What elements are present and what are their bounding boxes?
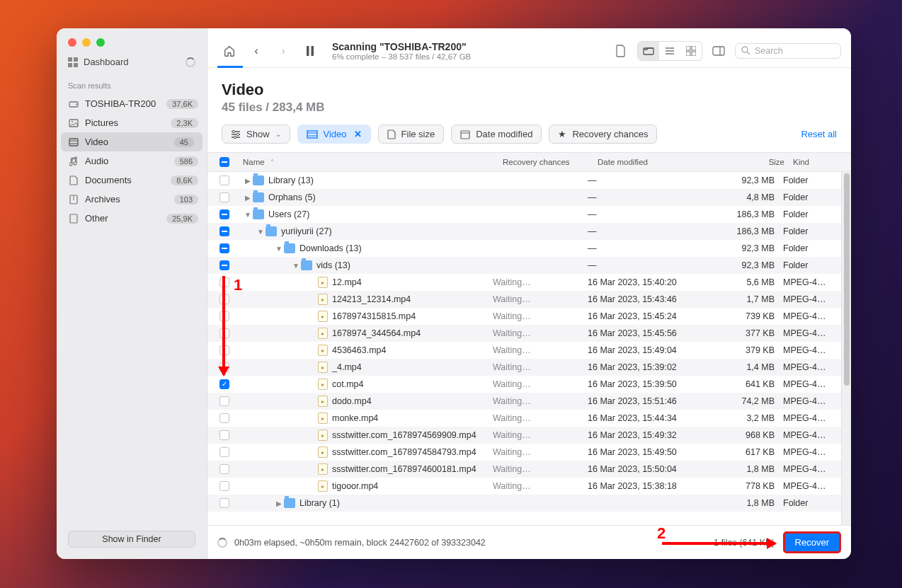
sidebar-item-documents[interactable]: Documents8,6K	[57, 171, 207, 190]
back-button[interactable]: ‹	[244, 39, 268, 63]
table-row-file[interactable]: ▸ ssstwitter.com_1678974569909.mp4 Waiti…	[207, 427, 841, 444]
disclosure-icon[interactable]: ▶	[243, 194, 253, 202]
svg-rect-21	[692, 46, 696, 50]
forward-button[interactable]: ›	[271, 39, 295, 63]
table-row-file[interactable]: ▸ 1678974315815.mp4 Waiting… 16 Mar 2023…	[207, 308, 841, 325]
table-row-file[interactable]: ▸ _4.mp4 Waiting… 16 Mar 2023, 15:39:02 …	[207, 359, 841, 376]
show-button[interactable]: Show ⌄	[222, 125, 290, 144]
view-list-button[interactable]	[659, 42, 680, 60]
svg-rect-37	[461, 131, 469, 139]
table-row-folder[interactable]: ▼ yuriiyurii (27) — 186,3 MB Folder	[207, 223, 841, 240]
table-row-file[interactable]: ▸ monke.mp4 Waiting… 16 Mar 2023, 15:44:…	[207, 410, 841, 427]
row-checkbox[interactable]	[219, 430, 229, 440]
reset-all-link[interactable]: Reset all	[801, 129, 837, 139]
disclosure-icon[interactable]: ▼	[274, 245, 284, 253]
svg-rect-20	[686, 46, 690, 50]
filter-recovery[interactable]: ★ Recovery chances	[549, 125, 657, 144]
disclosure-icon[interactable]: ▼	[291, 262, 301, 270]
disclosure-icon[interactable]: ▼	[243, 211, 253, 219]
scrollbar[interactable]	[841, 172, 851, 525]
row-checkbox[interactable]	[219, 328, 229, 338]
row-checkbox[interactable]	[219, 243, 229, 253]
row-date: —	[588, 209, 712, 219]
filmstrip-icon	[307, 130, 318, 139]
sidebar-item-video[interactable]: Video45	[61, 132, 202, 151]
pause-button[interactable]	[298, 39, 322, 63]
star-icon: ★	[558, 129, 566, 139]
col-chances[interactable]: Recovery chances	[503, 158, 598, 166]
row-checkbox[interactable]	[219, 345, 229, 355]
sidebar-item-toshiba-tr200[interactable]: TOSHIBA-TR20037,6K	[57, 94, 207, 113]
table-row-file[interactable]: ▸ cot.mp4 Waiting… 16 Mar 2023, 15:39:50…	[207, 376, 841, 393]
table-row-folder[interactable]: ▶ Library (13) — 92,3 MB Folder	[207, 172, 841, 189]
disclosure-icon[interactable]: ▶	[274, 500, 284, 507]
panel-toggle-button[interactable]	[707, 39, 731, 63]
row-date: —	[588, 175, 712, 185]
row-checkbox[interactable]	[219, 192, 229, 202]
col-kind[interactable]: Kind	[793, 158, 851, 166]
clear-filter-icon[interactable]: ✕	[354, 129, 362, 139]
home-button[interactable]	[217, 39, 241, 63]
row-checkbox[interactable]	[219, 226, 229, 236]
col-size[interactable]: Size	[722, 158, 793, 166]
table-row-file[interactable]: ▸ 4536463.mp4 Waiting… 16 Mar 2023, 15:4…	[207, 342, 841, 359]
row-checkbox[interactable]	[219, 277, 229, 287]
table-row-file[interactable]: ▸ 1678974_344564.mp4 Waiting… 16 Mar 202…	[207, 325, 841, 342]
row-checkbox[interactable]	[219, 379, 229, 389]
table-row-folder[interactable]: ▼ Downloads (13) — 92,3 MB Folder	[207, 240, 841, 257]
row-size: 778 KB	[712, 481, 783, 491]
row-checkbox[interactable]	[219, 464, 229, 474]
new-doc-icon[interactable]	[609, 39, 633, 63]
svg-rect-14	[307, 46, 309, 56]
scrollbar-thumb[interactable]	[844, 173, 850, 386]
row-checkbox[interactable]	[219, 481, 229, 491]
sidebar-item-other[interactable]: Other25,9K	[57, 209, 207, 228]
table-row-folder[interactable]: ▼ Users (27) — 186,3 MB Folder	[207, 206, 841, 223]
filter-filesize[interactable]: File size	[378, 125, 445, 144]
row-checkbox[interactable]	[219, 209, 229, 219]
table-row-file[interactable]: ▸ tigooor.mp4 Waiting… 16 Mar 2023, 15:3…	[207, 478, 841, 495]
recover-button[interactable]: Recover	[783, 531, 841, 553]
col-name[interactable]: Name ˄	[237, 158, 503, 166]
search-input[interactable]: Search	[735, 43, 841, 59]
table-row-file[interactable]: ▸ 124213_12314.mp4 Waiting… 16 Mar 2023,…	[207, 291, 841, 308]
row-checkbox[interactable]	[219, 447, 229, 457]
close-button[interactable]	[68, 38, 76, 47]
row-checkbox[interactable]	[219, 396, 229, 406]
row-date: 16 Mar 2023, 15:39:02	[588, 362, 712, 372]
table-row-folder[interactable]: ▼ vids (13) — 92,3 MB Folder	[207, 257, 841, 274]
col-date[interactable]: Date modified	[598, 158, 722, 166]
sidebar-item-audio[interactable]: Audio586	[57, 151, 207, 171]
row-checkbox[interactable]	[219, 311, 229, 321]
sidebar-item-archives[interactable]: Archives103	[57, 190, 207, 209]
row-checkbox[interactable]	[219, 362, 229, 372]
row-checkbox[interactable]	[219, 260, 229, 270]
footer: 0h03m elapsed, ~0h50m remain, block 2442…	[207, 525, 851, 559]
dashboard-link[interactable]: Dashboard	[57, 47, 207, 73]
table-row-file[interactable]: ▸ dodo.mp4 Waiting… 16 Mar 2023, 15:51:4…	[207, 393, 841, 410]
minimize-button[interactable]	[82, 38, 91, 47]
header-checkbox[interactable]	[219, 157, 229, 167]
zoom-button[interactable]	[96, 38, 105, 47]
table-row-folder[interactable]: ▶ Orphans (5) — 4,8 MB Folder	[207, 189, 841, 206]
filter-date[interactable]: Date modified	[451, 125, 542, 144]
svg-line-27	[747, 52, 750, 54]
view-folder-button[interactable]	[638, 42, 659, 60]
show-in-finder-button[interactable]: Show in Finder	[68, 531, 195, 548]
row-checkbox[interactable]	[219, 294, 229, 304]
row-chances: Waiting…	[493, 464, 588, 474]
table-row-file[interactable]: ▸ 12.mp4 Waiting… 16 Mar 2023, 15:40:20 …	[207, 274, 841, 291]
row-checkbox[interactable]	[219, 498, 229, 508]
disclosure-icon[interactable]: ▶	[243, 177, 253, 185]
table-row-file[interactable]: ▸ ssstwitter.com_1678974600181.mp4 Waiti…	[207, 461, 841, 478]
svg-rect-34	[307, 131, 317, 138]
row-size: 379 KB	[712, 345, 783, 355]
view-grid-button[interactable]	[680, 42, 702, 60]
disclosure-icon[interactable]: ▼	[256, 228, 266, 236]
table-row-file[interactable]: ▸ ssstwitter.com_1678974584793.mp4 Waiti…	[207, 444, 841, 461]
row-checkbox[interactable]	[219, 413, 229, 423]
filter-video[interactable]: Video ✕	[297, 125, 371, 144]
table-row-folder[interactable]: ▶ Library (1) 1,8 MB Folder	[207, 495, 841, 512]
row-checkbox[interactable]	[219, 175, 229, 185]
sidebar-item-pictures[interactable]: Pictures2,3K	[57, 113, 207, 132]
